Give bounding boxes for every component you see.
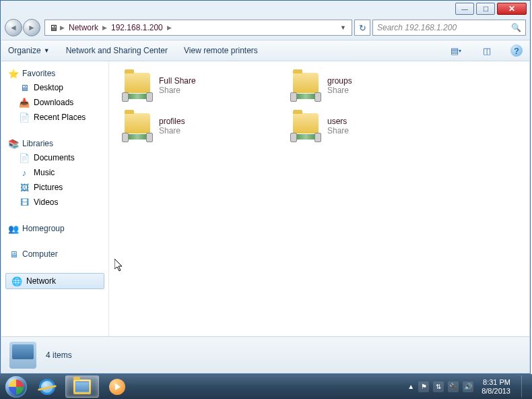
- share-name: users: [327, 117, 349, 126]
- taskbar-wmp-button[interactable]: [100, 375, 134, 398]
- nav-pictures[interactable]: 🖼Pictures: [4, 180, 106, 195]
- organize-menu[interactable]: Organize ▼: [8, 46, 50, 55]
- share-folder-icon: [121, 71, 154, 100]
- nav-music[interactable]: ♪Music: [4, 165, 106, 180]
- show-desktop-button[interactable]: [521, 375, 528, 398]
- content-area: ⭐Favorites 🖥Desktop 📥Downloads 📄Recent P…: [1, 61, 529, 336]
- share-type: Share: [327, 86, 352, 95]
- nav-computer[interactable]: 🖥Computer: [4, 247, 106, 261]
- preview-pane-button[interactable]: ◫: [479, 43, 494, 58]
- nav-videos[interactable]: 🎞Videos: [4, 195, 106, 210]
- nav-homegroup[interactable]: 👥Homegroup: [4, 222, 106, 235]
- tray-power-icon[interactable]: 🔌: [448, 381, 459, 392]
- taskbar-ie-button[interactable]: [30, 375, 64, 398]
- items-view[interactable]: Full ShareShare groupsShare profilesShar…: [109, 61, 529, 336]
- nav-recent-places[interactable]: 📄Recent Places: [4, 110, 106, 125]
- favorites-header[interactable]: ⭐Favorites: [4, 67, 106, 80]
- nav-downloads[interactable]: 📥Downloads: [4, 95, 106, 110]
- share-name: Full Share: [159, 76, 196, 86]
- star-icon: ⭐: [8, 68, 19, 79]
- tray-action-center-icon[interactable]: ⚑: [418, 381, 429, 392]
- share-folder-icon: [121, 111, 154, 141]
- share-type: Share: [159, 126, 185, 135]
- tray-time: 8:31 PM: [481, 378, 510, 387]
- libraries-header[interactable]: 📚Libraries: [4, 137, 106, 150]
- homegroup-icon: 👥: [8, 223, 19, 234]
- pictures-icon: 🖼: [19, 182, 30, 193]
- minimize-button[interactable]: —: [455, 3, 474, 15]
- videos-icon: 🎞: [19, 197, 30, 208]
- window-controls: — ☐ ✕: [455, 3, 527, 15]
- item-count: 4 items: [46, 350, 72, 360]
- view-remote-printers-button[interactable]: View remote printers: [184, 46, 258, 55]
- network-group: 🌐Network: [4, 273, 106, 289]
- address-row: ◄ ► 🖥 ▶ Network ▶ 192.168.1.200 ▶ ▼ ↻ Se…: [5, 18, 526, 37]
- close-button[interactable]: ✕: [497, 3, 527, 15]
- share-folder-icon: [290, 71, 322, 100]
- address-dropdown-icon[interactable]: ▼: [337, 24, 349, 31]
- forward-button[interactable]: ►: [23, 19, 40, 36]
- breadcrumb-sep-icon: ▶: [166, 24, 173, 31]
- documents-icon: 📄: [19, 152, 30, 163]
- navigation-pane: ⭐Favorites 🖥Desktop 📥Downloads 📄Recent P…: [1, 61, 109, 336]
- explorer-icon: [73, 379, 91, 394]
- nav-documents[interactable]: 📄Documents: [4, 150, 106, 165]
- downloads-icon: 📥: [19, 97, 30, 108]
- share-name: profiles: [159, 117, 185, 126]
- libraries-icon: 📚: [8, 138, 19, 149]
- share-type: Share: [327, 126, 349, 135]
- desktop-icon: 🖥: [19, 82, 30, 93]
- address-bar[interactable]: 🖥 ▶ Network ▶ 192.168.1.200 ▶ ▼: [44, 20, 352, 36]
- back-button[interactable]: ◄: [5, 19, 22, 36]
- favorites-group: ⭐Favorites 🖥Desktop 📥Downloads 📄Recent P…: [4, 67, 106, 125]
- nav-buttons: ◄ ►: [5, 19, 40, 36]
- maximize-button[interactable]: ☐: [476, 3, 495, 15]
- tray-chevron-icon[interactable]: ▲: [407, 383, 414, 390]
- search-input[interactable]: Search 192.168.1.200 🔍: [372, 20, 526, 36]
- start-button[interactable]: [3, 374, 30, 399]
- explorer-window: — ☐ ✕ ◄ ► 🖥 ▶ Network ▶ 192.168.1.200 ▶ …: [0, 0, 531, 374]
- search-placeholder: Search 192.168.1.200: [377, 23, 457, 32]
- libraries-group: 📚Libraries 📄Documents ♪Music 🖼Pictures 🎞…: [4, 137, 106, 210]
- nav-network[interactable]: 🌐Network: [5, 273, 104, 289]
- refresh-button[interactable]: ↻: [354, 20, 370, 36]
- music-icon: ♪: [19, 167, 30, 178]
- tray-clock[interactable]: 8:31 PM 8/8/2013: [477, 378, 514, 396]
- breadcrumb-host[interactable]: 192.168.1.200: [108, 23, 166, 32]
- tray-volume-icon[interactable]: 🔊: [463, 381, 473, 392]
- ie-icon: [39, 379, 55, 395]
- share-item[interactable]: Full ShareShare: [121, 68, 276, 103]
- share-item[interactable]: profilesShare: [121, 109, 276, 144]
- organize-label: Organize: [8, 46, 41, 55]
- network-sharing-center-button[interactable]: Network and Sharing Center: [66, 46, 168, 55]
- computer-group: 🖥Computer: [4, 247, 106, 261]
- chevron-down-icon: ▼: [44, 47, 50, 54]
- breadcrumb-root[interactable]: Network: [66, 23, 101, 32]
- recent-icon: 📄: [19, 112, 30, 123]
- taskbar: ▲ ⚑ ⇅ 🔌 🔊 8:31 PM 8/8/2013: [0, 374, 532, 399]
- network-icon: 🌐: [11, 276, 22, 286]
- breadcrumb-sep-icon: ▶: [101, 24, 108, 31]
- computer-icon: 🖥: [8, 249, 19, 259]
- location-icon: [9, 342, 36, 369]
- search-icon: 🔍: [511, 23, 521, 32]
- share-item[interactable]: usersShare: [290, 109, 444, 144]
- homegroup-group: 👥Homegroup: [4, 222, 106, 235]
- help-button[interactable]: ?: [510, 44, 523, 57]
- command-bar: Organize ▼ Network and Sharing Center Vi…: [1, 40, 529, 61]
- system-tray: ▲ ⚑ ⇅ 🔌 🔊 8:31 PM 8/8/2013: [407, 375, 529, 398]
- breadcrumb-sep-icon: ▶: [59, 24, 66, 31]
- network-icon: 🖥: [48, 22, 59, 33]
- share-folder-icon: [290, 111, 322, 141]
- share-type: Share: [159, 86, 196, 95]
- media-player-icon: [109, 379, 125, 395]
- share-name: groups: [327, 76, 352, 86]
- tray-date: 8/8/2013: [481, 387, 510, 396]
- nav-desktop[interactable]: 🖥Desktop: [4, 80, 106, 95]
- details-pane: 4 items: [1, 336, 529, 373]
- share-item[interactable]: groupsShare: [290, 68, 444, 103]
- taskbar-explorer-button[interactable]: [65, 375, 99, 398]
- tray-network-icon[interactable]: ⇅: [433, 381, 444, 392]
- view-options-button[interactable]: ▤▾: [448, 43, 463, 58]
